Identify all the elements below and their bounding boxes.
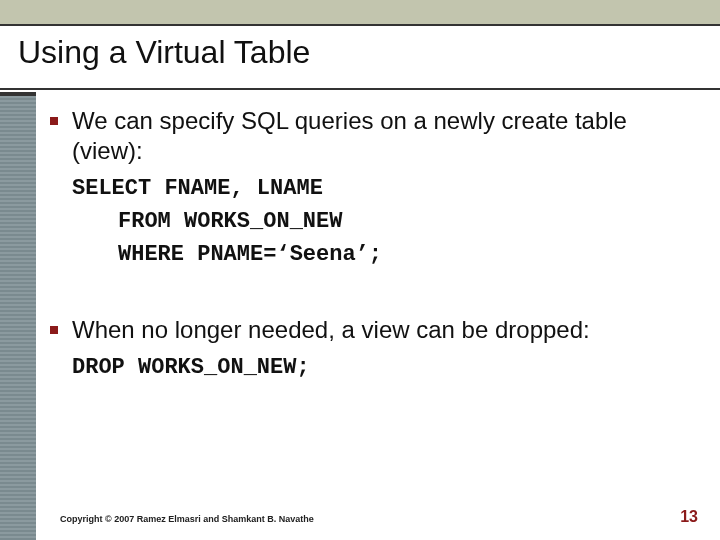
slide-container: Using a Virtual Table We can specify SQL…: [0, 0, 720, 540]
code-block: DROP WORKS_ON_NEW;: [72, 351, 702, 384]
slide-title: Using a Virtual Table: [18, 34, 702, 71]
code-block: SELECT FNAME, LNAME FROM WORKS_ON_NEW WH…: [72, 172, 702, 271]
bullet-text: We can specify SQL queries on a newly cr…: [72, 106, 702, 166]
top-decor-band: [0, 0, 720, 24]
code-line: FROM WORKS_ON_NEW: [72, 205, 702, 238]
code-line: DROP WORKS_ON_NEW;: [72, 351, 702, 384]
footer-copyright: Copyright © 2007 Ramez Elmasri and Shamk…: [60, 514, 314, 524]
bullet-square-icon: [50, 117, 58, 125]
bullet-text: When no longer needed, a view can be dro…: [72, 315, 590, 345]
code-line: SELECT FNAME, LNAME: [72, 172, 702, 205]
spacer: [36, 271, 702, 315]
page-number: 13: [680, 508, 698, 526]
left-decor-rail: [0, 92, 36, 540]
title-bar: Using a Virtual Table: [0, 24, 720, 90]
code-line: WHERE PNAME=‘Seena’;: [72, 238, 702, 271]
slide-content: We can specify SQL queries on a newly cr…: [36, 106, 702, 490]
bullet-item: We can specify SQL queries on a newly cr…: [36, 106, 702, 166]
bullet-square-icon: [50, 326, 58, 334]
bullet-item: When no longer needed, a view can be dro…: [36, 315, 702, 345]
